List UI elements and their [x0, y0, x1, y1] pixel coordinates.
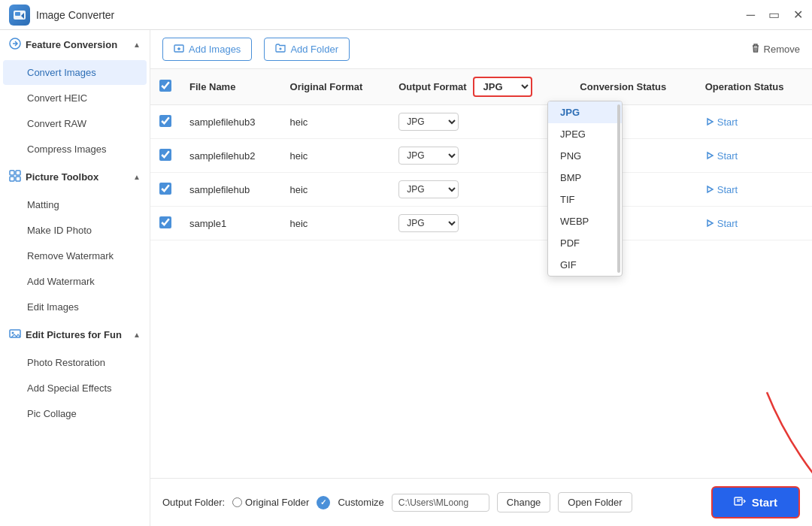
row-output-format[interactable]: JPG JPEGPNGBMP TIFWEBPPDFGIF: [389, 173, 571, 207]
row-operation-status[interactable]: Start: [696, 139, 812, 173]
sidebar-item-add-watermark[interactable]: Add Watermark: [3, 269, 147, 294]
svg-marker-12: [707, 186, 713, 192]
change-button[interactable]: Change: [497, 492, 551, 512]
remove-button[interactable]: Remove: [750, 43, 800, 56]
sidebar-item-make-id-photo[interactable]: Make ID Photo: [3, 218, 147, 243]
svg-rect-3: [10, 171, 14, 175]
dropdown-item-png[interactable]: PNG: [548, 145, 622, 167]
row-format-select[interactable]: JPG JPEGPNGBMP TIFWEBPPDFGIF: [398, 214, 459, 232]
app-icon: [9, 5, 30, 26]
edit-pictures-label: Edit Pictures for Fun: [26, 329, 122, 340]
row-checkbox[interactable]: [159, 216, 171, 228]
svg-rect-4: [16, 171, 20, 175]
sidebar-item-convert-heic[interactable]: Convert HEIC: [3, 86, 147, 110]
sidebar-item-edit-images[interactable]: Edit Images: [3, 295, 147, 319]
filename-header: File Name: [180, 69, 281, 105]
original-folder-radio-group[interactable]: Original Folder: [232, 497, 309, 508]
table-row: samplefilehub heic JPG JPEGPNGBMP TIFWEB…: [150, 173, 812, 207]
row-checkbox-cell[interactable]: [150, 173, 180, 207]
row-output-format[interactable]: JPG JPEGPNGBMP TIFWEBPPDFGIF: [389, 105, 571, 139]
close-button[interactable]: ✕: [793, 9, 803, 21]
svg-rect-5: [10, 177, 14, 181]
add-folder-button[interactable]: Add Folder: [264, 38, 350, 61]
add-images-button[interactable]: Add Images: [162, 38, 252, 61]
dropdown-item-pdf[interactable]: PDF: [548, 232, 622, 254]
dropdown-item-gif[interactable]: GIF: [548, 254, 622, 276]
open-folder-button[interactable]: Open Folder: [558, 492, 632, 512]
row-checkbox-cell[interactable]: [150, 207, 180, 240]
row-checkbox-cell[interactable]: [150, 105, 180, 139]
svg-rect-6: [16, 177, 20, 181]
table-row: sample1 heic JPG JPEGPNGBMP TIFWEBPPDFGI…: [150, 207, 812, 240]
svg-rect-7: [10, 330, 20, 337]
row-original-format: heic: [281, 139, 390, 173]
sidebar-item-convert-images[interactable]: Convert Images: [3, 60, 147, 85]
bottom-bar: Output Folder: Original Folder ✓ Customi…: [150, 478, 812, 526]
files-table: File Name Original Format Output Format …: [150, 69, 812, 240]
table-header-row: File Name Original Format Output Format …: [150, 69, 812, 105]
sidebar-item-remove-watermark[interactable]: Remove Watermark: [3, 243, 147, 268]
table-row: samplefilehub3 heic JPG JPEGPNGBMP TIFWE…: [150, 105, 812, 139]
output-path-input[interactable]: [392, 494, 489, 512]
output-format-header-wrapper: Output Format JPG JPEG PNG BMP TIF WEBP …: [398, 77, 562, 97]
select-all-header[interactable]: [150, 69, 180, 105]
table-row: samplefilehub2 heic JPG JPEGPNGBMP TIFWE…: [150, 139, 812, 173]
select-all-checkbox[interactable]: [159, 80, 171, 92]
format-dropdown[interactable]: JPG JPEG PNG BMP TIF WEBP PDF GIF: [547, 101, 623, 277]
sidebar-item-convert-raw[interactable]: Convert RAW: [3, 111, 147, 136]
sidebar-item-matting[interactable]: Matting: [3, 192, 147, 217]
customize-label: Customize: [338, 497, 383, 508]
row-start-button[interactable]: Start: [705, 218, 738, 229]
global-format-select[interactable]: JPG JPEG PNG BMP TIF WEBP PDF GIF: [473, 77, 532, 97]
row-checkbox-cell[interactable]: [150, 139, 180, 173]
sidebar-item-photo-restoration[interactable]: Photo Restoration: [3, 350, 147, 375]
edit-pictures-icon: [9, 328, 21, 342]
row-start-button[interactable]: Start: [705, 184, 738, 195]
row-operation-status[interactable]: Start: [696, 105, 812, 139]
dropdown-item-jpeg[interactable]: JPEG: [548, 123, 622, 145]
add-folder-icon: [275, 43, 286, 56]
table-body: samplefilehub3 heic JPG JPEGPNGBMP TIFWE…: [150, 105, 812, 240]
row-format-select[interactable]: JPG JPEGPNGBMP TIFWEBPPDFGIF: [398, 113, 459, 131]
picture-toolbox-label: Picture Toolbox: [26, 171, 98, 183]
dropdown-item-tif[interactable]: TIF: [548, 189, 622, 210]
row-format-select[interactable]: JPG JPEGPNGBMP TIFWEBPPDFGIF: [398, 147, 459, 165]
sidebar-section-feature-conversion[interactable]: Feature Conversion ▲: [0, 30, 150, 59]
output-format-header[interactable]: Output Format JPG JPEG PNG BMP TIF WEBP …: [389, 69, 571, 105]
sidebar-item-pic-collage[interactable]: Pic Collage: [3, 401, 147, 426]
row-start-button[interactable]: Start: [705, 116, 738, 128]
original-folder-radio[interactable]: [232, 497, 242, 507]
operation-status-header: Operation Status: [696, 69, 812, 105]
original-folder-label: Original Folder: [245, 497, 309, 508]
start-button[interactable]: Start: [711, 486, 800, 518]
dropdown-item-jpg[interactable]: JPG: [548, 101, 622, 123]
picture-toolbox-icon: [9, 170, 21, 184]
sidebar-item-compress-images[interactable]: Compress Images: [3, 137, 147, 162]
svg-marker-13: [707, 220, 713, 226]
row-format-select[interactable]: JPG JPEGPNGBMP TIFWEBPPDFGIF: [398, 180, 459, 198]
sidebar-section-edit-pictures[interactable]: Edit Pictures for Fun ▲: [0, 320, 150, 349]
add-images-icon: [174, 43, 184, 56]
sidebar-item-add-special-effects[interactable]: Add Special Effects: [3, 376, 147, 401]
row-filename: sample1: [180, 207, 281, 240]
row-checkbox[interactable]: [159, 183, 171, 195]
row-output-format[interactable]: JPG JPEGPNGBMP TIFWEBPPDFGIF: [389, 207, 571, 240]
row-start-button[interactable]: Start: [705, 150, 738, 162]
feature-conversion-chevron: ▲: [133, 41, 141, 49]
row-checkbox[interactable]: [159, 115, 171, 127]
dropdown-item-webp[interactable]: WEBP: [548, 210, 622, 232]
minimize-button[interactable]: ─: [747, 9, 755, 21]
sidebar-section-picture-toolbox[interactable]: Picture Toolbox ▲: [0, 162, 150, 192]
conversion-status-header: Conversion Status: [571, 69, 695, 105]
row-output-format[interactable]: JPG JPEGPNGBMP TIFWEBPPDFGIF: [389, 139, 571, 173]
feature-conversion-label: Feature Conversion: [26, 39, 117, 50]
edit-pictures-chevron: ▲: [133, 331, 141, 339]
add-folder-label: Add Folder: [290, 44, 338, 55]
restore-button[interactable]: ▭: [768, 9, 780, 21]
row-checkbox[interactable]: [159, 149, 171, 161]
dropdown-item-bmp[interactable]: BMP: [548, 167, 622, 189]
row-operation-status[interactable]: Start: [696, 207, 812, 240]
row-operation-status[interactable]: Start: [696, 173, 812, 207]
sidebar: Feature Conversion ▲ Convert Images Conv…: [0, 30, 150, 526]
window-controls: ─ ▭ ✕: [747, 9, 803, 21]
